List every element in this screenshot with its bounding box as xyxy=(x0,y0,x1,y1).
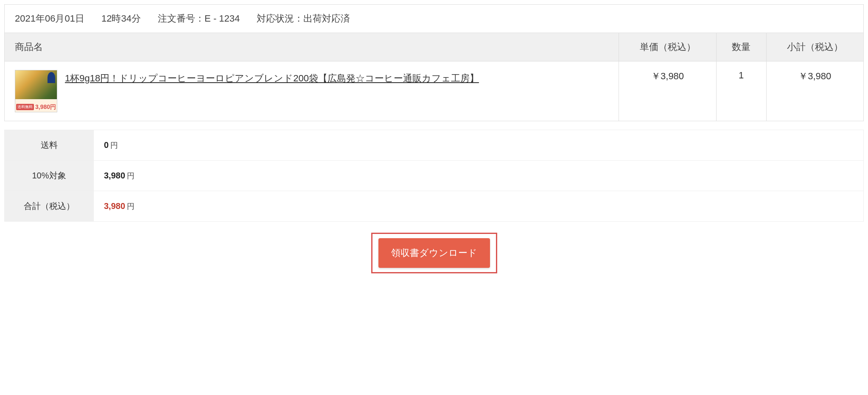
col-quantity: 数量 xyxy=(716,33,766,61)
order-status: 対応状況：出荷対応済 xyxy=(257,13,350,24)
summary-row-tax10: 10%対象 3,980円 xyxy=(5,161,864,191)
download-area: 領収書ダウンロード xyxy=(4,230,864,276)
summary-row-shipping: 送料 0円 xyxy=(5,130,864,161)
total-value: 3,980円 xyxy=(94,191,864,222)
order-meta-row: 2021年06月01日 12時34分 注文番号：E - 1234 対応状況：出荷… xyxy=(5,5,864,33)
free-shipping-badge: 送料無料 xyxy=(16,104,34,110)
col-subtotal: 小計（税込） xyxy=(766,33,863,61)
tax10-label: 10%対象 xyxy=(5,161,94,191)
order-number: 注文番号：E - 1234 xyxy=(158,13,240,24)
col-unit-price: 単価（税込） xyxy=(619,33,716,61)
order-items-table: 2021年06月01日 12時34分 注文番号：E - 1234 対応状況：出荷… xyxy=(4,4,864,121)
cell-subtotal: ￥3,980 xyxy=(766,61,863,121)
product-thumbnail: 送料無料 xyxy=(15,70,57,112)
shipping-label: 送料 xyxy=(5,130,94,161)
cell-quantity: 1 xyxy=(716,61,766,121)
download-receipt-button[interactable]: 領収書ダウンロード xyxy=(378,238,490,268)
total-label: 合計（税込） xyxy=(5,191,94,222)
table-row: 送料無料 1杯9g18円！ドリップコーヒーヨーロピアンブレンド200袋【広島発☆… xyxy=(5,61,864,121)
col-product: 商品名 xyxy=(5,33,619,61)
download-highlight-frame: 領収書ダウンロード xyxy=(371,233,497,273)
ribbon-icon xyxy=(48,72,55,83)
tax10-value: 3,980円 xyxy=(94,161,864,191)
product-name-link[interactable]: 1杯9g18円！ドリップコーヒーヨーロピアンブレンド200袋【広島発☆コーヒー通… xyxy=(65,70,479,87)
cell-unit-price: ￥3,980 xyxy=(619,61,716,121)
shipping-value: 0円 xyxy=(94,130,864,161)
table-header-row: 商品名 単価（税込） 数量 小計（税込） xyxy=(5,33,864,61)
order-time: 12時34分 xyxy=(101,13,141,24)
order-date: 2021年06月01日 xyxy=(15,13,84,24)
summary-table: 送料 0円 10%対象 3,980円 合計（税込） 3,980円 xyxy=(4,130,864,222)
summary-row-total: 合計（税込） 3,980円 xyxy=(5,191,864,222)
